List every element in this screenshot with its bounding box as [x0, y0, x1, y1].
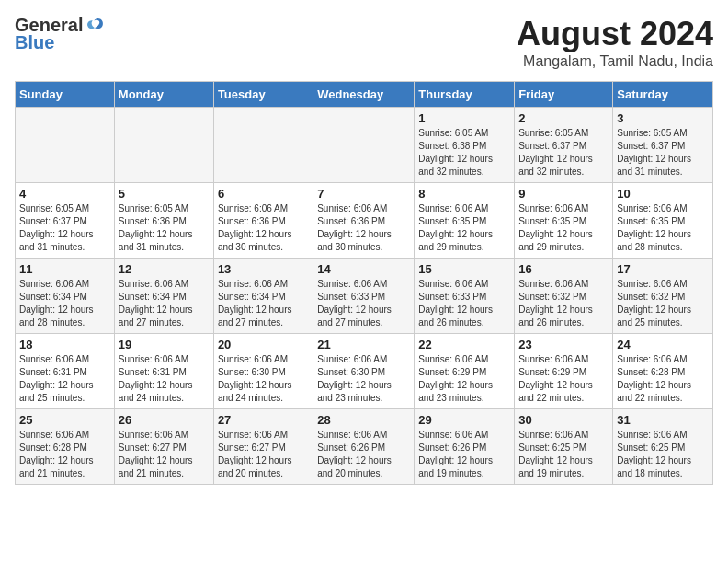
day-info: Sunrise: 6:05 AM Sunset: 6:37 PM Dayligh… — [518, 127, 609, 178]
calendar-cell: 29Sunrise: 6:06 AM Sunset: 6:26 PM Dayli… — [415, 409, 515, 485]
day-number: 13 — [218, 262, 309, 276]
day-number: 29 — [418, 413, 510, 427]
day-number: 14 — [317, 262, 410, 276]
calendar-body: 1Sunrise: 6:05 AM Sunset: 6:38 PM Daylig… — [16, 108, 713, 485]
day-number: 15 — [418, 262, 510, 276]
calendar-cell: 21Sunrise: 6:06 AM Sunset: 6:30 PM Dayli… — [313, 334, 415, 409]
day-info: Sunrise: 6:05 AM Sunset: 6:37 PM Dayligh… — [19, 202, 110, 254]
day-number: 31 — [617, 413, 709, 427]
logo-bird-icon — [85, 16, 105, 36]
header-tuesday: Tuesday — [213, 82, 313, 108]
day-number: 25 — [19, 413, 110, 427]
location: Mangalam, Tamil Nadu, India — [517, 53, 713, 70]
title-area: August 2024 Mangalam, Tamil Nadu, India — [517, 15, 713, 70]
day-number: 5 — [119, 187, 210, 201]
calendar-cell: 3Sunrise: 6:05 AM Sunset: 6:37 PM Daylig… — [613, 108, 713, 183]
calendar-cell: 12Sunrise: 6:06 AM Sunset: 6:34 PM Dayli… — [114, 259, 213, 334]
day-info: Sunrise: 6:06 AM Sunset: 6:26 PM Dayligh… — [418, 429, 510, 480]
calendar-cell: 31Sunrise: 6:06 AM Sunset: 6:25 PM Dayli… — [613, 409, 713, 485]
day-number: 19 — [119, 338, 210, 351]
day-info: Sunrise: 6:06 AM Sunset: 6:35 PM Dayligh… — [418, 202, 510, 254]
day-number: 27 — [218, 413, 309, 427]
day-info: Sunrise: 6:06 AM Sunset: 6:26 PM Dayligh… — [317, 429, 410, 480]
calendar-cell: 2Sunrise: 6:05 AM Sunset: 6:37 PM Daylig… — [515, 108, 613, 183]
header: General Blue August 2024 Mangalam, Tamil… — [15, 15, 713, 70]
calendar-cell: 17Sunrise: 6:06 AM Sunset: 6:32 PM Dayli… — [613, 259, 713, 334]
day-number: 2 — [518, 111, 609, 125]
day-info: Sunrise: 6:06 AM Sunset: 6:29 PM Dayligh… — [518, 353, 609, 405]
day-info: Sunrise: 6:06 AM Sunset: 6:27 PM Dayligh… — [218, 429, 309, 480]
calendar-cell — [16, 108, 115, 183]
day-number: 30 — [518, 413, 609, 427]
day-info: Sunrise: 6:06 AM Sunset: 6:31 PM Dayligh… — [119, 353, 210, 405]
day-number: 1 — [418, 111, 510, 125]
calendar-cell: 6Sunrise: 6:06 AM Sunset: 6:36 PM Daylig… — [213, 183, 313, 259]
calendar-cell: 25Sunrise: 6:06 AM Sunset: 6:28 PM Dayli… — [16, 409, 115, 485]
calendar-cell: 22Sunrise: 6:06 AM Sunset: 6:29 PM Dayli… — [415, 334, 515, 409]
day-number: 11 — [19, 262, 110, 276]
day-info: Sunrise: 6:06 AM Sunset: 6:35 PM Dayligh… — [518, 202, 609, 254]
calendar-cell: 11Sunrise: 6:06 AM Sunset: 6:34 PM Dayli… — [16, 259, 115, 334]
day-info: Sunrise: 6:06 AM Sunset: 6:30 PM Dayligh… — [317, 353, 410, 405]
calendar-week-2: 4Sunrise: 6:05 AM Sunset: 6:37 PM Daylig… — [16, 183, 713, 259]
calendar-cell: 28Sunrise: 6:06 AM Sunset: 6:26 PM Dayli… — [313, 409, 415, 485]
calendar-week-1: 1Sunrise: 6:05 AM Sunset: 6:38 PM Daylig… — [16, 108, 713, 183]
logo: General Blue — [15, 15, 105, 53]
day-number: 16 — [518, 262, 609, 276]
calendar-cell: 20Sunrise: 6:06 AM Sunset: 6:30 PM Dayli… — [213, 334, 313, 409]
calendar-cell — [313, 108, 415, 183]
day-number: 12 — [119, 262, 210, 276]
day-number: 10 — [617, 187, 709, 201]
calendar-cell: 7Sunrise: 6:06 AM Sunset: 6:36 PM Daylig… — [313, 183, 415, 259]
calendar-cell: 27Sunrise: 6:06 AM Sunset: 6:27 PM Dayli… — [213, 409, 313, 485]
calendar-cell: 8Sunrise: 6:06 AM Sunset: 6:35 PM Daylig… — [415, 183, 515, 259]
day-info: Sunrise: 6:06 AM Sunset: 6:25 PM Dayligh… — [518, 429, 609, 480]
header-sunday: Sunday — [16, 82, 115, 108]
header-wednesday: Wednesday — [313, 82, 415, 108]
calendar-cell: 16Sunrise: 6:06 AM Sunset: 6:32 PM Dayli… — [515, 259, 613, 334]
calendar-cell: 24Sunrise: 6:06 AM Sunset: 6:28 PM Dayli… — [613, 334, 713, 409]
day-info: Sunrise: 6:06 AM Sunset: 6:36 PM Dayligh… — [317, 202, 410, 254]
calendar-cell — [213, 108, 313, 183]
calendar-cell: 14Sunrise: 6:06 AM Sunset: 6:33 PM Dayli… — [313, 259, 415, 334]
calendar-cell: 13Sunrise: 6:06 AM Sunset: 6:34 PM Dayli… — [213, 259, 313, 334]
calendar-week-5: 25Sunrise: 6:06 AM Sunset: 6:28 PM Dayli… — [16, 409, 713, 485]
calendar-cell: 19Sunrise: 6:06 AM Sunset: 6:31 PM Dayli… — [114, 334, 213, 409]
day-info: Sunrise: 6:05 AM Sunset: 6:38 PM Dayligh… — [418, 127, 510, 178]
day-info: Sunrise: 6:05 AM Sunset: 6:37 PM Dayligh… — [617, 127, 709, 178]
day-number: 23 — [518, 338, 609, 351]
calendar-header-row: SundayMondayTuesdayWednesdayThursdayFrid… — [16, 82, 713, 108]
calendar-cell: 26Sunrise: 6:06 AM Sunset: 6:27 PM Dayli… — [114, 409, 213, 485]
calendar-cell — [114, 108, 213, 183]
calendar-cell: 15Sunrise: 6:06 AM Sunset: 6:33 PM Dayli… — [415, 259, 515, 334]
day-info: Sunrise: 6:06 AM Sunset: 6:32 PM Dayligh… — [617, 278, 709, 329]
day-info: Sunrise: 6:06 AM Sunset: 6:28 PM Dayligh… — [617, 353, 709, 405]
day-info: Sunrise: 6:06 AM Sunset: 6:32 PM Dayligh… — [518, 278, 609, 329]
logo-blue: Blue — [15, 32, 54, 53]
calendar-cell: 30Sunrise: 6:06 AM Sunset: 6:25 PM Dayli… — [515, 409, 613, 485]
day-info: Sunrise: 6:06 AM Sunset: 6:35 PM Dayligh… — [617, 202, 709, 254]
day-info: Sunrise: 6:06 AM Sunset: 6:27 PM Dayligh… — [119, 429, 210, 480]
day-number: 8 — [418, 187, 510, 201]
day-number: 18 — [19, 338, 110, 351]
calendar-week-4: 18Sunrise: 6:06 AM Sunset: 6:31 PM Dayli… — [16, 334, 713, 409]
calendar-cell: 5Sunrise: 6:05 AM Sunset: 6:36 PM Daylig… — [114, 183, 213, 259]
day-info: Sunrise: 6:06 AM Sunset: 6:33 PM Dayligh… — [418, 278, 510, 329]
day-info: Sunrise: 6:06 AM Sunset: 6:28 PM Dayligh… — [19, 429, 110, 480]
day-number: 21 — [317, 338, 410, 351]
day-info: Sunrise: 6:06 AM Sunset: 6:33 PM Dayligh… — [317, 278, 410, 329]
day-number: 9 — [518, 187, 609, 201]
day-number: 4 — [19, 187, 110, 201]
month-title: August 2024 — [517, 15, 713, 53]
day-number: 3 — [617, 111, 709, 125]
day-number: 28 — [317, 413, 410, 427]
day-info: Sunrise: 6:06 AM Sunset: 6:29 PM Dayligh… — [418, 353, 510, 405]
day-number: 24 — [617, 338, 709, 351]
calendar-week-3: 11Sunrise: 6:06 AM Sunset: 6:34 PM Dayli… — [16, 259, 713, 334]
header-saturday: Saturday — [613, 82, 713, 108]
day-number: 6 — [218, 187, 309, 201]
calendar-table: SundayMondayTuesdayWednesdayThursdayFrid… — [15, 81, 713, 485]
day-info: Sunrise: 6:06 AM Sunset: 6:30 PM Dayligh… — [218, 353, 309, 405]
day-info: Sunrise: 6:06 AM Sunset: 6:31 PM Dayligh… — [19, 353, 110, 405]
header-monday: Monday — [114, 82, 213, 108]
